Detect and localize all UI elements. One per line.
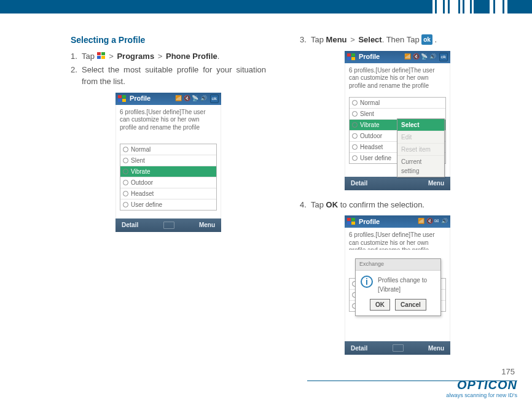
hint-text: 6 profiles.[User define]The user can cus… bbox=[345, 228, 450, 250]
softkey-menu[interactable]: Menu bbox=[428, 179, 444, 188]
programs-label: Programs bbox=[117, 52, 154, 61]
list-label: User define bbox=[360, 153, 391, 163]
step-text: Tap > Programs > Phone Profile. bbox=[82, 50, 266, 63]
list-item[interactable]: User define bbox=[120, 199, 216, 210]
period: . bbox=[217, 52, 220, 61]
list-label: User define bbox=[131, 200, 162, 209]
select-label: Select bbox=[358, 35, 381, 44]
list-label: Normal bbox=[360, 98, 380, 107]
softkey-detail[interactable]: Detail bbox=[351, 179, 367, 188]
softkey-detail[interactable]: Detail bbox=[351, 344, 367, 353]
phone-softkey-bar: Detail Menu bbox=[345, 177, 450, 190]
step-3: 3. Tap Menu > Select. Then Tap ok . bbox=[300, 34, 495, 46]
radio-icon bbox=[352, 144, 358, 150]
text: to confirm the selection. bbox=[338, 200, 424, 209]
phone-screenshot-1: Profile 📶 🔇 📡 🔊 ok 6 profiles.[User defi… bbox=[115, 93, 221, 232]
list-item-selected[interactable]: Vibrate bbox=[120, 166, 216, 177]
radio-icon bbox=[352, 122, 358, 128]
windows-start-icon[interactable] bbox=[118, 95, 127, 102]
step-2: 2. Select the most suitable profile for … bbox=[71, 64, 266, 88]
phone-screenshot-2: Profile 📶 🔇 📡 🔊 ok 6 profiles.[User defi… bbox=[345, 51, 450, 190]
brand-block: OPTICON always scanning for new ID's bbox=[446, 379, 517, 398]
window-title: Profile bbox=[359, 52, 401, 62]
menu-item-current-setting[interactable]: Current setting bbox=[397, 156, 444, 177]
context-menu: Select Edit Reset item Current setting bbox=[397, 118, 445, 177]
softkey-menu[interactable]: Menu bbox=[428, 344, 444, 353]
radio-icon bbox=[352, 133, 358, 139]
step-number: 2. bbox=[71, 64, 82, 88]
list-label: Headset bbox=[360, 142, 383, 152]
ok-label: OK bbox=[326, 200, 338, 209]
step-1: 1. Tap > Programs > Phone Profile. bbox=[71, 50, 266, 63]
keyboard-icon[interactable] bbox=[163, 222, 174, 229]
brand-tagline: always scanning for new ID's bbox=[446, 392, 517, 398]
list-item[interactable]: Outdoor bbox=[120, 177, 216, 188]
radio-icon bbox=[123, 147, 128, 152]
brand-logo: OPTICON bbox=[446, 379, 517, 391]
softkey-menu[interactable]: Menu bbox=[199, 220, 215, 230]
dialog-message: Profiles change to [Vibrate] bbox=[378, 276, 436, 294]
list-label: Slent bbox=[131, 156, 145, 165]
phone-profile-label: Phone Profile bbox=[166, 52, 217, 61]
step-number: 4. bbox=[300, 199, 311, 211]
period: . bbox=[432, 35, 437, 44]
windows-start-icon[interactable] bbox=[347, 53, 356, 61]
keyboard-icon[interactable] bbox=[393, 344, 404, 352]
list-label: Vibrate bbox=[360, 120, 380, 129]
radio-icon bbox=[123, 202, 128, 207]
barcode-decoration bbox=[432, 0, 507, 14]
list-label: Outdoor bbox=[360, 131, 382, 141]
windows-start-icon[interactable] bbox=[347, 218, 356, 225]
dialog-message-row: i Profiles change to [Vibrate] bbox=[356, 271, 440, 296]
list-label: Vibrate bbox=[131, 167, 151, 176]
hint-text: 6 profiles.[User define]The user can cus… bbox=[345, 63, 450, 94]
menu-item-edit: Edit bbox=[397, 131, 444, 144]
menu-item-select[interactable]: Select bbox=[397, 119, 444, 131]
radio-icon bbox=[123, 191, 128, 196]
step-text: Tap Menu > Select. Then Tap ok . bbox=[311, 34, 495, 46]
info-icon: i bbox=[361, 276, 373, 288]
status-icons: 📶 🔇 ✉ 🔊 bbox=[418, 217, 448, 226]
menu-label: Menu bbox=[326, 35, 347, 44]
radio-icon bbox=[352, 111, 358, 117]
list-item[interactable]: Normal bbox=[350, 98, 445, 109]
dialog-buttons: OK Cancel bbox=[356, 296, 440, 315]
status-icons: 📶 🔇 📡 🔊 bbox=[175, 95, 207, 103]
profile-list: Normal Slent Vibrate Outdoor Headset Use… bbox=[120, 144, 217, 211]
list-label: Slent bbox=[360, 109, 374, 118]
phone-body: 6 profiles.[User define]The user can cus… bbox=[345, 63, 450, 177]
ok-button[interactable]: ok bbox=[210, 95, 219, 103]
list-label: Outdoor bbox=[131, 178, 153, 187]
step-text: Select the most suitable profile for you… bbox=[82, 64, 266, 88]
phone-screenshot-3: Profile 📶 🔇 ✉ 🔊 6 profiles.[User define]… bbox=[345, 215, 450, 355]
softkey-detail[interactable]: Detail bbox=[122, 220, 138, 230]
list-item[interactable]: Slent bbox=[120, 155, 216, 166]
radio-icon bbox=[123, 169, 128, 174]
list-label: Normal bbox=[131, 145, 151, 154]
right-column: 3. Tap Menu > Select. Then Tap ok . Prof… bbox=[300, 34, 495, 363]
left-column: Selecting a Profile 1. Tap > Programs > … bbox=[71, 34, 266, 363]
phone-softkey-bar: Detail Menu bbox=[115, 218, 221, 232]
window-title: Profile bbox=[130, 93, 172, 104]
breadcrumb-sep: > bbox=[108, 52, 115, 61]
hint-text: 6 profiles.[User define]The user can cus… bbox=[116, 105, 221, 136]
step-4: 4. Tap OK to confirm the selection. bbox=[300, 199, 495, 211]
dialog-title: Exchange bbox=[356, 259, 440, 271]
step-text: Tap OK to confirm the selection. bbox=[311, 199, 495, 211]
ok-chip-icon: ok bbox=[421, 34, 432, 45]
ok-button[interactable]: ok bbox=[439, 53, 448, 61]
step-number: 3. bbox=[300, 34, 311, 46]
page-number: 175 bbox=[501, 367, 515, 376]
radio-icon bbox=[123, 180, 128, 185]
text: Tap bbox=[82, 52, 97, 61]
text: . Then Tap bbox=[382, 35, 422, 44]
status-icons: 📶 🔇 📡 🔊 bbox=[404, 53, 436, 61]
radio-icon bbox=[123, 158, 128, 163]
breadcrumb-sep: > bbox=[349, 35, 356, 44]
list-item[interactable]: Normal bbox=[120, 144, 216, 155]
phone-titlebar: Profile 📶 🔇 ✉ 🔊 bbox=[345, 215, 450, 228]
dialog-ok-button[interactable]: OK bbox=[370, 299, 390, 311]
list-item[interactable]: Headset bbox=[120, 188, 216, 199]
dialog-cancel-button[interactable]: Cancel bbox=[395, 299, 426, 311]
window-title: Profile bbox=[359, 217, 415, 227]
